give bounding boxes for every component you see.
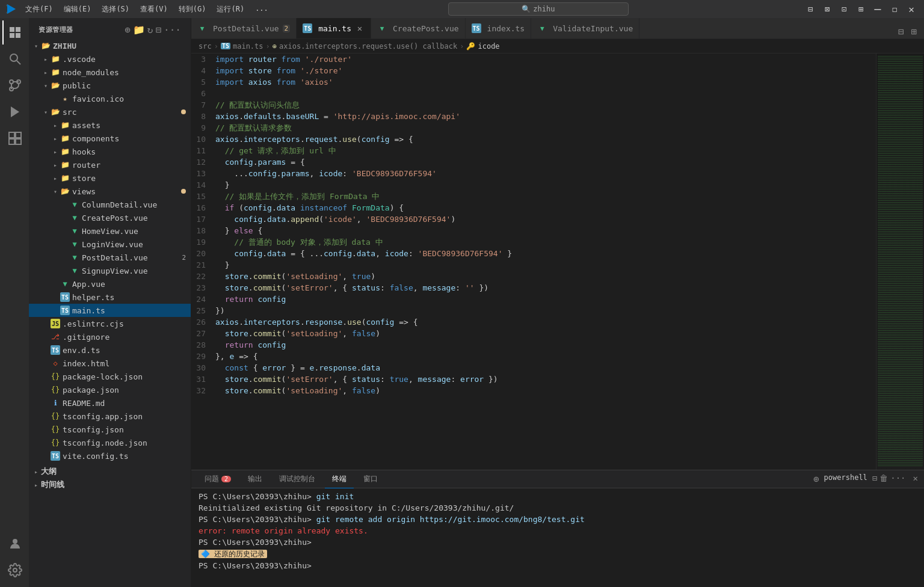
sidebar-actions[interactable]: ⊕ 📁 ↻ ⊟ ··· [125,24,181,35]
title-search[interactable]: 🔍 zhihu [448,2,629,16]
sidebar-item-zhihu-root[interactable]: ▾ 📂 ZHIHU [29,39,191,52]
layout2-icon[interactable]: ⊠ [821,2,834,16]
post-detail-badge: 2 [182,254,186,262]
tab-main-ts[interactable]: TS main.ts ✕ [297,18,371,38]
tab-post-detail[interactable]: ▼ PostDetail.vue 2 [191,18,297,38]
activity-run[interactable] [2,100,26,124]
menu-bar[interactable]: 文件(F) 编辑(E) 选择(S) 查看(V) 转到(G) 运行(R) ... [20,3,273,16]
sidebar-item-home-view[interactable]: ▼ HomeView.vue [29,224,191,238]
menu-more[interactable]: ... [250,3,273,16]
minimap[interactable] [876,54,924,470]
menu-select[interactable]: 选择(S) [97,3,134,16]
layout3-icon[interactable]: ⊡ [837,2,851,16]
sidebar-item-router[interactable]: ▸ 📁 router [29,158,191,171]
code-content[interactable]: 3import router from './router'4import st… [191,54,876,470]
sidebar-label-helper-ts: helper.ts [72,293,186,302]
sidebar-item-tsconfig-node[interactable]: {} tsconfig.node.json [29,436,191,449]
terminal-line-5: PS C:\Users\20393\zhihu> [199,536,917,548]
restore-button[interactable]: ◻ [888,2,901,16]
refresh-icon[interactable]: ↻ [147,24,153,35]
new-folder-icon[interactable]: 📁 [133,24,145,35]
spacer [60,200,70,209]
layout-icon[interactable]: ⊟ [804,2,817,16]
line-6: 6 [191,88,876,99]
sidebar-item-app-vue[interactable]: ▼ App.vue [29,277,191,290]
sidebar-item-login-view[interactable]: ▼ LoginView.vue [29,238,191,251]
sidebar-item-store[interactable]: ▸ 📁 store [29,171,191,185]
sidebar-item-gitignore[interactable]: ⎇ .gitignore [29,330,191,343]
code-editor[interactable]: 3import router from './router'4import st… [191,54,924,470]
menu-edit[interactable]: 编辑(E) [59,3,96,16]
new-terminal-icon[interactable]: ⊕ [813,473,819,485]
sidebar-item-vite-config[interactable]: TS vite.config.ts [29,449,191,463]
sidebar-item-column-detail[interactable]: ▼ ColumnDetail.vue [29,198,191,211]
more-tabs-icon[interactable]: ⊞ [908,25,919,38]
sidebar-item-hooks[interactable]: ▸ 📁 hooks [29,145,191,158]
window-controls[interactable]: ⊟ ⊠ ⊡ ⊞ ─ ◻ ✕ [804,2,918,16]
activity-bar [0,18,29,587]
sidebar-item-node-modules[interactable]: ▸ 📁 node_modules [29,66,191,79]
sidebar-item-public[interactable]: ▾ 📂 public [29,79,191,92]
tab-index-ts[interactable]: TS index.ts [466,18,532,38]
sidebar-item-signup-view[interactable]: ▼ SignupView.vue [29,264,191,277]
sidebar-item-readme[interactable]: ℹ README.md [29,396,191,410]
tab-validate-input[interactable]: ▼ ValidateInput.vue [531,18,639,38]
panel-tab-actions[interactable]: ⊕ powershell ⊟ 🗑 ··· ✕ [813,473,918,485]
sidebar-item-tsconfig-app[interactable]: {} tsconfig.app.json [29,410,191,423]
activity-source-control[interactable] [2,73,26,97]
activity-search[interactable] [2,47,26,71]
activity-explorer[interactable] [2,20,26,45]
sidebar-item-package-lock[interactable]: {} package-lock.json [29,370,191,383]
sidebar-label-router: router [72,161,186,170]
sidebar-label-eslintrc: .eslintrc.cjs [63,319,186,328]
tab-close-main-ts[interactable]: ✕ [355,23,365,33]
panel-tab-terminal[interactable]: 终端 [325,470,354,488]
sidebar-item-create-post[interactable]: ▼ CreatePost.vue [29,211,191,224]
sidebar-item-env-dts[interactable]: TS env.d.ts [29,343,191,357]
menu-goto[interactable]: 转到(G) [174,3,211,16]
collapse-icon[interactable]: ⊟ [155,24,161,35]
tab-create-post[interactable]: ▼ CreatePost.vue [371,18,466,38]
sidebar-item-index-html[interactable]: ◇ index.html [29,357,191,370]
sidebar-item-vscode[interactable]: ▸ 📁 .vscode [29,52,191,66]
panel-tab-debug[interactable]: 调试控制台 [272,470,322,488]
git-icon: ⎇ [51,332,60,342]
sidebar-item-timeline[interactable]: ▸ 时间线 [29,478,191,491]
activity-extensions[interactable] [2,126,26,150]
panel-close-icon[interactable]: ✕ [913,473,918,485]
kill-terminal-icon[interactable]: 🗑 [879,473,888,485]
menu-run[interactable]: 运行(R) [212,3,249,16]
sidebar-item-post-detail[interactable]: ▼ PostDetail.vue 2 [29,251,191,264]
sidebar-item-assets[interactable]: ▸ 📁 assets [29,118,191,132]
panel-tab-ports[interactable]: 窗口 [356,470,385,488]
sidebar-item-tsconfig[interactable]: {} tsconfig.json [29,423,191,436]
sidebar-item-package-json[interactable]: {} package.json [29,383,191,396]
tabs-right-actions[interactable]: ⊟ ⊞ [896,25,924,38]
search-icon: 🔍 [522,5,531,13]
sidebar-item-favicon[interactable]: ★ favicon.ico [29,92,191,105]
terminal-highlight-history[interactable]: 🔷 还原的历史记录 [199,550,267,558]
split-terminal-icon[interactable]: ⊟ [872,473,877,485]
more-icon[interactable]: ··· [164,24,181,35]
split-editor-icon[interactable]: ⊟ [896,25,907,38]
sidebar-item-outline[interactable]: ▸ 大纲 [29,465,191,478]
line-7: 7// 配置默认访问头信息 [191,99,876,111]
activity-settings[interactable] [2,558,26,582]
panel-tab-problems[interactable]: 问题 2 [197,470,238,488]
minimize-button[interactable]: ─ [871,2,884,16]
layout4-icon[interactable]: ⊞ [854,2,867,16]
sidebar-item-eslintrc[interactable]: JS .eslintrc.cjs [29,317,191,330]
sidebar-item-components[interactable]: ▸ 📁 components [29,132,191,145]
close-button[interactable]: ✕ [905,2,918,16]
sidebar-item-main-ts[interactable]: TS main.ts [29,304,191,317]
sidebar-item-views[interactable]: ▾ 📂 views [29,185,191,198]
sidebar-item-src[interactable]: ▾ 📂 src [29,105,191,118]
menu-file[interactable]: 文件(F) [20,3,58,16]
sidebar-item-helper-ts[interactable]: TS helper.ts [29,290,191,304]
more-terminal-icon[interactable]: ··· [890,473,905,485]
new-file-icon[interactable]: ⊕ [125,24,131,35]
panel-tab-output[interactable]: 输出 [241,470,270,488]
menu-view[interactable]: 查看(V) [135,3,173,16]
activity-account[interactable] [2,532,26,556]
terminal-content[interactable]: PS C:\Users\20393\zhihu> git init Reinit… [191,488,924,587]
